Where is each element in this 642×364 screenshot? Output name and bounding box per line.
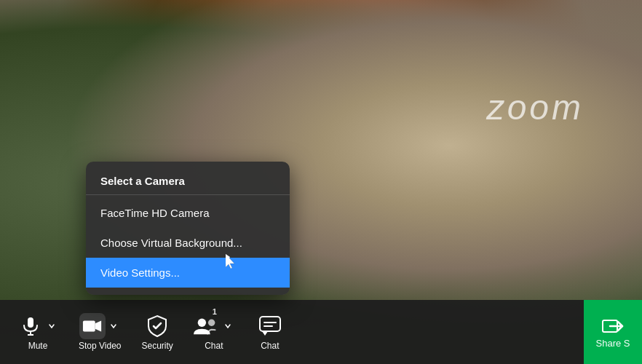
participants-count: 1	[213, 307, 217, 316]
toolbar-item-chat[interactable]: Chat	[245, 309, 296, 355]
toolbar-item-mute[interactable]: Mute	[7, 309, 68, 355]
chat-icon	[257, 313, 283, 339]
camera-option-video-settings[interactable]: Video Settings...	[86, 258, 290, 288]
participants-icon: 1	[194, 313, 220, 339]
mute-label: Mute	[28, 341, 48, 351]
mouse-cursor	[226, 254, 240, 272]
dropdown-title: Select a Camera	[86, 169, 290, 195]
svg-rect-0	[28, 317, 33, 328]
participants-chevron[interactable]	[221, 313, 234, 339]
stop-video-icon-area	[79, 313, 120, 339]
video-camera-icon	[79, 313, 106, 339]
zoom-watermark: zoom	[487, 87, 584, 127]
participants-icon-area: 1	[194, 313, 234, 339]
chat-label: Chat	[261, 341, 279, 351]
toolbar-item-participants[interactable]: 1 Chat	[183, 309, 245, 355]
camera-option-virtual-bg[interactable]: Choose Virtual Background...	[86, 228, 290, 258]
svg-point-5	[208, 320, 215, 326]
share-label: Share S	[596, 338, 630, 349]
camera-option-facetime[interactable]: FaceTime HD Camera	[86, 198, 290, 228]
stop-video-label: Stop Video	[79, 341, 122, 351]
svg-point-4	[198, 319, 206, 327]
toolbar-item-security[interactable]: Security	[132, 309, 183, 355]
mute-icon	[17, 313, 44, 339]
camera-dropdown: Select a Camera FaceTime HD Camera Choos…	[86, 162, 290, 295]
security-icon	[144, 313, 170, 339]
share-icon	[602, 316, 624, 336]
toolbar-item-share[interactable]: Share S	[584, 300, 642, 364]
toolbar-item-stop-video[interactable]: Stop Video	[68, 309, 132, 355]
security-label: Security	[142, 341, 173, 351]
mute-icon-area	[17, 313, 58, 339]
participants-label: Chat	[205, 341, 223, 351]
svg-rect-3	[83, 321, 95, 332]
svg-rect-6	[260, 317, 280, 331]
toolbar: Mute Stop Video Securit	[0, 300, 642, 364]
mute-chevron[interactable]	[45, 313, 58, 339]
stop-video-chevron[interactable]	[107, 313, 120, 339]
